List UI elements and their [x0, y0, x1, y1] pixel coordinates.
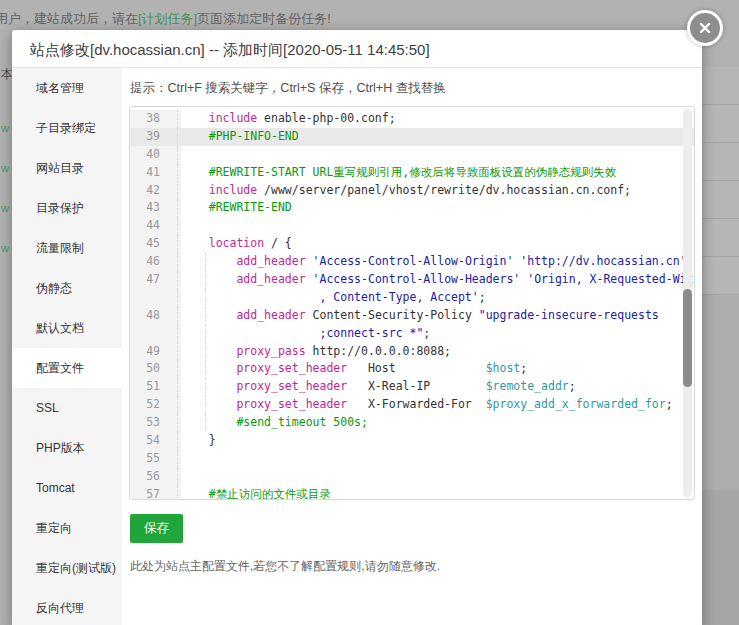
indent-guide — [177, 307, 178, 325]
indent-guide — [177, 146, 178, 164]
sidebar-item-label: SSL — [36, 401, 59, 415]
line-number: 43 — [130, 199, 181, 217]
indent-guide — [177, 343, 178, 361]
code-text: #禁止访问的文件或目录 — [181, 486, 694, 500]
line-number: 40 — [130, 146, 181, 164]
code-line: 38 include enable-php-00.conf; — [130, 110, 694, 128]
code-line: 50 proxy_set_header Host $host; — [130, 360, 694, 378]
indent-guide — [205, 396, 206, 414]
code-line: 45 location / { — [130, 235, 694, 253]
code-text: #REWRITE-END — [181, 199, 694, 217]
line-number: 57 — [130, 486, 181, 500]
indent-guide — [177, 486, 178, 500]
backdrop-cron-link: [计划任务] — [138, 11, 197, 26]
code-text: proxy_set_header X-Forwarded-For $proxy_… — [181, 396, 694, 414]
code-text — [181, 217, 694, 235]
code-text: proxy_pass http://0.0.0.0:8088; — [181, 343, 694, 361]
sidebar-item-config-file[interactable]: 配置文件 — [12, 348, 122, 388]
sidebar-item-dir-protect[interactable]: 目录保护 — [12, 188, 122, 228]
code-text: #REWRITE-START URL重写规则引用,修改后将导致面板设置的伪静态规… — [181, 164, 694, 182]
sidebar-item-label: 域名管理 — [36, 81, 84, 95]
sidebar-item-label: Tomcat — [36, 481, 75, 495]
sidebar-item-default-doc[interactable]: 默认文档 — [12, 308, 122, 348]
sidebar-item-label: 默认文档 — [36, 321, 84, 335]
code-line: 48 add_header Content-Security-Policy "u… — [130, 307, 694, 325]
sidebar-menu: 域名管理子目录绑定网站目录目录保护流量限制伪静态默认文档配置文件SSLPHP版本… — [12, 68, 122, 625]
save-button[interactable]: 保存 — [130, 514, 183, 543]
code-text — [181, 450, 694, 468]
close-icon — [698, 21, 712, 35]
code-text — [181, 468, 694, 486]
line-number: 56 — [130, 468, 181, 486]
sidebar-item-label: 重定向 — [36, 521, 72, 535]
sidebar-item-php-version[interactable]: PHP版本 — [12, 428, 122, 468]
indent-guide — [205, 414, 206, 432]
backdrop-text-fragment: w — [1, 122, 9, 134]
code-text: proxy_set_header Host $host; — [181, 360, 694, 378]
sidebar-item-label: 反向代理 — [36, 601, 84, 615]
line-number: 46 — [130, 253, 181, 271]
line-number: 54 — [130, 432, 181, 450]
editor-scrollbar-thumb[interactable] — [683, 289, 692, 387]
code-text: location / { — [181, 235, 694, 253]
sidebar-item-traffic-limit[interactable]: 流量限制 — [12, 228, 122, 268]
backdrop-message-prefix: 用户，建站成功后，请在 — [0, 11, 138, 26]
indent-guide — [177, 432, 178, 450]
code-text: add_header Content-Security-Policy "upgr… — [181, 307, 694, 325]
code-line: 54 } — [130, 432, 694, 450]
sidebar-item-label: 目录保护 — [36, 201, 84, 215]
sidebar-item-redirect-beta[interactable]: 重定向(测试版) — [12, 548, 122, 588]
indent-guide — [205, 378, 206, 396]
sidebar-item-tomcat[interactable]: Tomcat — [12, 468, 122, 508]
config-code-editor[interactable]: 38 include enable-php-00.conf;39 #PHP-IN… — [129, 106, 695, 500]
line-number — [130, 325, 181, 343]
sidebar-item-subdir-bind[interactable]: 子目录绑定 — [12, 108, 122, 148]
close-button[interactable] — [687, 10, 723, 46]
backdrop-text-fragment: w — [1, 202, 9, 214]
line-number: 52 — [130, 396, 181, 414]
sidebar-item-domain-manage[interactable]: 域名管理 — [12, 68, 122, 108]
code-line: 56 — [130, 468, 694, 486]
sidebar-item-label: 网站目录 — [36, 161, 84, 175]
sidebar-item-reverse-proxy[interactable]: 反向代理 — [12, 588, 122, 625]
indent-guide — [177, 253, 178, 271]
sidebar-item-url-rewrite[interactable]: 伪静态 — [12, 268, 122, 308]
indent-guide — [177, 468, 178, 486]
sidebar-item-label: 流量限制 — [36, 241, 84, 255]
code-text: #send_timeout 500s; — [181, 414, 694, 432]
sidebar-item-site-dir[interactable]: 网站目录 — [12, 148, 122, 188]
backdrop-table-row — [702, 219, 739, 257]
indent-guide — [177, 450, 178, 468]
line-number: 53 — [130, 414, 181, 432]
line-number: 42 — [130, 182, 181, 200]
code-line: 43 #REWRITE-END — [130, 199, 694, 217]
sidebar-item-redirect[interactable]: 重定向 — [12, 508, 122, 548]
code-line: 44 — [130, 217, 694, 235]
backdrop-table-row — [702, 181, 739, 219]
line-number: 51 — [130, 378, 181, 396]
indent-guide — [177, 199, 178, 217]
line-number: 38 — [130, 110, 181, 128]
sidebar-item-ssl[interactable]: SSL — [12, 388, 122, 428]
config-file-panel: 提示：Ctrl+F 搜索关键字，Ctrl+S 保存，Ctrl+H 查找替换 38… — [122, 68, 702, 625]
indent-guide — [205, 343, 206, 361]
sidebar-item-label: PHP版本 — [36, 441, 85, 455]
backdrop-table-row — [702, 143, 739, 181]
code-text: , Content-Type, Accept'; — [181, 289, 694, 307]
code-rows: 38 include enable-php-00.conf;39 #PHP-IN… — [130, 107, 694, 500]
code-line: 55 — [130, 450, 694, 468]
code-line: 51 proxy_set_header X-Real-IP $remote_ad… — [130, 378, 694, 396]
code-line: 47 add_header 'Access-Control-Allow-Head… — [130, 271, 694, 289]
line-number: 47 — [130, 271, 181, 289]
code-text: #PHP-INFO-END — [181, 128, 694, 146]
code-text: } — [181, 432, 694, 450]
code-line: 41 #REWRITE-START URL重写规则引用,修改后将导致面板设置的伪… — [130, 164, 694, 182]
indent-guide — [177, 217, 178, 235]
line-number — [130, 289, 181, 307]
line-number: 44 — [130, 217, 181, 235]
backdrop-table-row — [702, 67, 739, 105]
indent-guide — [177, 414, 178, 432]
line-number: 55 — [130, 450, 181, 468]
sidebar-item-label: 配置文件 — [36, 361, 84, 375]
line-number: 49 — [130, 343, 181, 361]
